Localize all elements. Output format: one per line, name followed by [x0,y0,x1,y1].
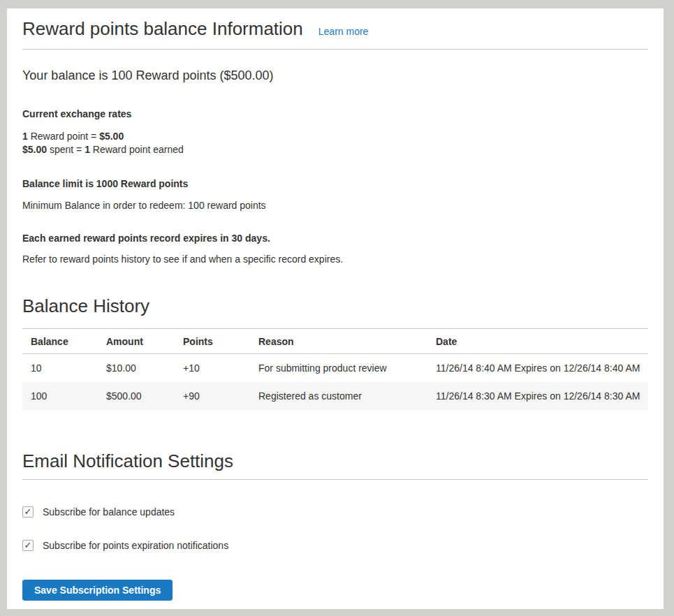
table-cell: +90 [175,382,250,410]
balance-history-table: BalanceAmountPointsReasonDate 10$10.00+1… [22,328,648,410]
table-cell: For submitting product review [250,354,427,382]
balance-updates-checkbox[interactable]: ✓ [22,506,34,518]
email-settings-title: Email Notification Settings [22,450,648,472]
text-part: 1 [22,131,28,142]
text-part: Reward point = [28,131,99,142]
table-cell: 11/26/14 8:30 AM Expires on 12/26/14 8:3… [427,382,648,410]
table-cell: $10.00 [98,354,175,382]
column-header: Balance [22,329,98,354]
column-header: Amount [98,329,175,354]
subscribe-expiration-notifications-option[interactable]: ✓ Subscribe for points expiration notifi… [22,540,228,551]
expiration-note: Refer to reward points history to see if… [22,254,648,265]
exchange-rate-line: 1 Reward point = $5.00 [22,130,648,143]
table-header-row: BalanceAmountPointsReasonDate [22,329,648,354]
email-settings-divider [22,479,648,480]
exchange-rates-heading: Current exchange rates [22,109,648,119]
subscribe-balance-updates-option[interactable]: ✓ Subscribe for balance updates [22,506,175,518]
save-subscription-settings-button[interactable]: Save Subscription Settings [22,580,173,601]
expiration-notifications-checkbox[interactable]: ✓ [22,540,34,551]
balance-history-title: Balance History [22,295,648,317]
column-header: Points [175,329,250,354]
checkbox-label: Subscribe for points expiration notifica… [43,540,228,551]
exchange-rate-line: $5.00 spent = 1 Reward point earned [22,143,648,156]
panel-header: Reward points balance Information Learn … [22,18,648,50]
minimum-balance-note: Minimum Balance in order to redeem: 100 … [22,200,648,211]
check-icon: ✓ [24,507,32,516]
text-part: $5.00 [99,131,124,142]
table-cell: 10 [22,354,98,382]
reward-points-panel: Reward points balance Information Learn … [7,8,664,609]
checkbox-label: Subscribe for balance updates [43,506,175,518]
page-title: Reward points balance Information [22,18,303,40]
table-cell: 11/26/14 8:40 AM Expires on 12/26/14 8:4… [427,354,648,382]
table-row: 100$500.00+90Registered as customer11/26… [22,382,648,410]
column-header: Reason [250,329,427,354]
table-row: 10$10.00+10For submitting product review… [22,354,648,382]
exchange-rates-block: 1 Reward point = $5.00 $5.00 spent = 1 R… [22,130,648,156]
table-body: 10$10.00+10For submitting product review… [22,354,648,410]
text-part: 1 [85,144,90,155]
text-part: Reward point earned [90,144,184,155]
page: { "colors": { "page_bg": "#d1d1d0", "car… [0,0,674,616]
check-icon: ✓ [24,541,32,550]
learn-more-link[interactable]: Learn more [318,26,369,37]
column-header: Date [427,329,648,354]
table-cell: $500.00 [98,382,175,410]
text-part: $5.00 [22,144,47,155]
table-cell: 100 [22,382,98,410]
balance-limit-heading: Balance limit is 1000 Reward points [22,179,648,189]
text-part: spent = [47,144,85,155]
balance-summary: Your balance is 100 Reward points ($500.… [22,68,648,82]
table-cell: Registered as customer [250,382,427,410]
expiration-heading: Each earned reward points record expires… [22,233,648,244]
table-cell: +10 [175,354,250,382]
